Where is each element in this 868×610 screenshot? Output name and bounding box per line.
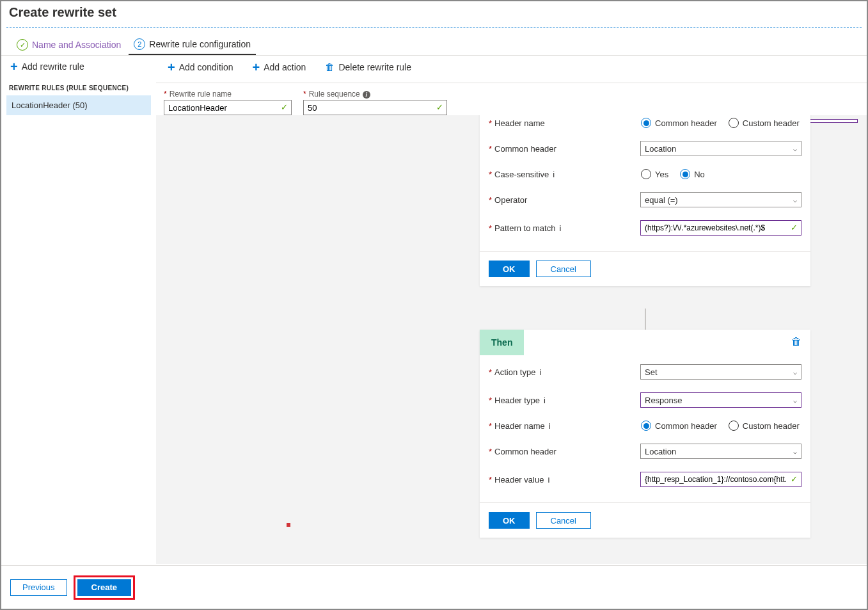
common-header-select[interactable]: Location⌵	[640, 141, 801, 156]
rules-section-label: REWRITE RULES (RULE SEQUENCE)	[9, 84, 148, 92]
rule-item-locationheader[interactable]: LocationHeader (50)	[6, 95, 151, 115]
rule-sequence-label: *Rule sequencei	[303, 90, 447, 99]
info-icon[interactable]: i	[363, 91, 370, 99]
add-action-button[interactable]: + Add action	[249, 58, 310, 76]
header-name-label: Header name	[494, 118, 545, 128]
action-cancel-button[interactable]: Cancel	[536, 512, 591, 529]
common-header-radio[interactable]: Common header	[641, 118, 717, 128]
info-icon[interactable]: i	[553, 170, 555, 179]
info-icon[interactable]: i	[539, 367, 541, 377]
rule-sequence-input[interactable]	[303, 100, 447, 115]
chevron-down-icon: ⌵	[793, 197, 797, 204]
case-sensitive-label: Case-sensitive	[494, 170, 549, 179]
chevron-down-icon: ⌵	[793, 369, 797, 376]
previous-button[interactable]: Previous	[10, 579, 67, 596]
main-panel: + Add condition + Add action 🗑 Delete re…	[156, 51, 867, 564]
then-common-header-label: Common header	[494, 447, 556, 456]
condition-card: *Header name Common header Custom header…	[480, 115, 810, 286]
header-name-label-then: Header name	[494, 421, 545, 431]
header-value-input[interactable]	[640, 472, 801, 487]
action-type-select[interactable]: Set⌵	[640, 364, 801, 380]
check-icon: ✓	[17, 39, 28, 51]
action-card: Then 🗑 *Action typei Set⌵ *Header typei …	[480, 330, 810, 538]
plus-icon: +	[168, 63, 175, 72]
then-custom-header-radio[interactable]: Custom header	[729, 421, 800, 431]
check-icon: ✓	[281, 102, 288, 112]
radio-icon	[641, 169, 651, 179]
plus-icon: +	[10, 62, 18, 71]
create-highlight: Create	[74, 575, 135, 600]
common-header-label: Common header	[494, 144, 556, 154]
operator-label: Operator	[494, 195, 527, 205]
header-type-select[interactable]: Response⌵	[640, 392, 801, 408]
chevron-down-icon: ⌵	[793, 397, 797, 404]
footer: Previous Create	[1, 565, 867, 609]
button-label: Add rewrite rule	[22, 61, 84, 72]
button-label: Delete rewrite rule	[338, 62, 411, 72]
main-toolbar: + Add condition + Add action 🗑 Delete re…	[156, 51, 867, 83]
check-icon: ✓	[436, 102, 443, 112]
add-rewrite-rule-button[interactable]: + Add rewrite rule	[6, 58, 88, 76]
info-icon[interactable]: i	[559, 223, 561, 233]
condition-ok-button[interactable]: OK	[489, 261, 530, 277]
rule-name-input[interactable]	[164, 100, 292, 115]
info-icon[interactable]: i	[549, 421, 551, 431]
radio-icon	[680, 169, 690, 179]
radio-icon	[729, 421, 739, 431]
step-number-icon: 2	[134, 38, 145, 50]
rule-canvas: *Header name Common header Custom header…	[156, 115, 867, 564]
radio-icon	[729, 118, 739, 128]
delete-rewrite-rule-button[interactable]: 🗑 Delete rewrite rule	[321, 58, 415, 76]
case-no-radio[interactable]: No	[680, 169, 705, 179]
chevron-down-icon: ⌵	[793, 145, 797, 152]
marker-icon	[287, 523, 290, 527]
button-label: Add action	[264, 62, 306, 72]
pattern-label: Pattern to match	[494, 223, 555, 233]
plus-icon: +	[253, 63, 260, 72]
add-condition-button[interactable]: + Add condition	[164, 58, 237, 76]
case-yes-radio[interactable]: Yes	[641, 169, 668, 179]
button-label: Add condition	[179, 62, 233, 72]
custom-header-radio[interactable]: Custom header	[729, 118, 800, 128]
sidebar: + Add rewrite rule REWRITE RULES (RULE S…	[1, 51, 156, 564]
create-button[interactable]: Create	[77, 579, 131, 596]
condition-cancel-button[interactable]: Cancel	[536, 261, 591, 277]
then-common-header-radio[interactable]: Common header	[641, 421, 717, 431]
trash-icon: 🗑	[325, 61, 335, 72]
header-type-label: Header type	[494, 396, 540, 405]
chevron-down-icon: ⌵	[793, 448, 797, 455]
pattern-input[interactable]	[640, 220, 801, 236]
delete-action-button[interactable]: 🗑	[791, 330, 810, 348]
page-title: Create rewrite set	[1, 1, 867, 28]
action-type-label: Action type	[494, 367, 535, 377]
then-common-header-select[interactable]: Location⌵	[640, 444, 801, 459]
then-tag: Then	[480, 330, 524, 355]
check-icon: ✓	[791, 223, 798, 232]
step-label: Rewrite rule configuration	[149, 39, 251, 49]
info-icon[interactable]: i	[544, 396, 546, 405]
header-value-label: Header value	[494, 475, 544, 485]
radio-icon	[641, 118, 651, 128]
rule-name-label: *Rewrite rule name	[164, 90, 292, 99]
radio-icon	[641, 421, 651, 431]
step-label: Name and Association	[32, 40, 121, 50]
connector-line	[645, 309, 646, 330]
action-ok-button[interactable]: OK	[489, 512, 530, 529]
operator-select[interactable]: equal (=)⌵	[640, 192, 801, 207]
info-icon[interactable]: i	[548, 475, 549, 485]
check-icon: ✓	[791, 474, 798, 484]
trash-icon: 🗑	[791, 336, 801, 347]
